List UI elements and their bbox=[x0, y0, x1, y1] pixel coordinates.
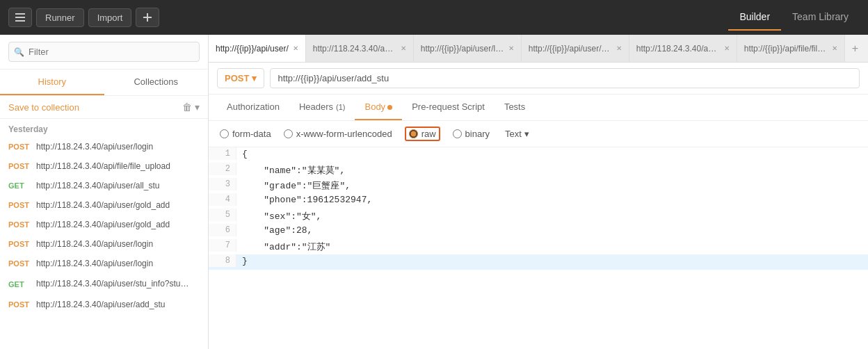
topbar-tabs: Builder Team Library bbox=[728, 4, 860, 31]
line-number: 4 bbox=[209, 193, 236, 206]
line-content: "addr":"江苏" bbox=[236, 239, 336, 254]
add-tab-button[interactable]: + bbox=[845, 42, 865, 55]
url-tab[interactable]: http://{{ip}}/api/user/gold_s ✕ bbox=[522, 35, 629, 62]
sidebar-toggle-button[interactable] bbox=[8, 8, 32, 27]
line-number: 7 bbox=[209, 239, 236, 252]
url-tab-close-icon[interactable]: ✕ bbox=[832, 44, 837, 52]
code-line: 2 "name":"某某莫", bbox=[209, 163, 868, 178]
url-input[interactable] bbox=[270, 68, 860, 88]
code-editor[interactable]: 1 {2 "name":"某某莫",3 "grade":"巨蟹座",4 "pho… bbox=[209, 147, 868, 349]
raw-option[interactable]: raw bbox=[405, 127, 440, 141]
form-data-option[interactable]: form-data bbox=[220, 129, 271, 139]
tab-pre-request[interactable]: Pre-request Script bbox=[402, 95, 495, 120]
trash-icon[interactable]: 🗑 bbox=[182, 102, 192, 113]
body-options: form-data x-www-form-urlencoded raw bina… bbox=[209, 121, 868, 147]
request-bar: POST ▾ bbox=[209, 63, 868, 95]
url-tab-label: http://{{ip}}/api/file/file_up bbox=[744, 44, 828, 54]
line-number: 1 bbox=[209, 147, 236, 160]
url-tab[interactable]: http://{{ip}}/api/file/file_up ✕ bbox=[737, 35, 845, 62]
urlencoded-radio[interactable] bbox=[284, 129, 293, 138]
history-item[interactable]: POST http://118.24.3.40/api/user/add_stu bbox=[0, 295, 208, 314]
tab-history[interactable]: History bbox=[0, 70, 104, 95]
history-item[interactable]: POST http://118.24.3.40/api/user/login bbox=[0, 234, 208, 254]
history-url: http://118.24.3.40/api/user/gold_add bbox=[36, 220, 170, 229]
binary-option[interactable]: binary bbox=[453, 129, 490, 139]
url-tab-close-icon[interactable]: ✕ bbox=[616, 44, 622, 52]
url-tab-close-icon[interactable]: ✕ bbox=[293, 44, 298, 52]
url-tab-label: http://{{ip}}/api/user/gold_s bbox=[529, 44, 612, 54]
url-tab-label: http://118.24.3.40/api/user/ bbox=[636, 44, 720, 54]
tab-tests[interactable]: Tests bbox=[495, 95, 535, 120]
form-data-radio[interactable] bbox=[220, 129, 229, 138]
method-badge: POST bbox=[8, 240, 32, 248]
svg-rect-2 bbox=[15, 20, 25, 22]
history-url: http://118.24.3.40/api/file/file_upload bbox=[36, 161, 170, 171]
line-content: "grade":"巨蟹座", bbox=[236, 178, 356, 193]
history-item[interactable]: POST http://118.24.3.40/api/file/file_up… bbox=[0, 156, 208, 176]
tab-team-library[interactable]: Team Library bbox=[781, 4, 860, 31]
svg-rect-0 bbox=[15, 13, 25, 15]
line-content: "age":28, bbox=[236, 224, 318, 237]
code-line: 5 "sex":"女", bbox=[209, 209, 868, 224]
urlencoded-option[interactable]: x-www-form-urlencoded bbox=[284, 129, 392, 139]
chevron-down-icon[interactable]: ▾ bbox=[195, 102, 200, 113]
code-line: 7 "addr":"江苏" bbox=[209, 239, 868, 254]
url-tab-label: http://{{ip}}/api/user/ bbox=[216, 44, 289, 54]
line-content: } bbox=[236, 254, 253, 268]
url-tab[interactable]: http://118.24.3.40/api/user/ ✕ bbox=[629, 35, 737, 62]
filter-input[interactable] bbox=[8, 42, 200, 62]
text-dropdown[interactable]: Text ▾ bbox=[505, 129, 529, 139]
history-item[interactable]: GET http://118.24.3.40/api/user/all_stu bbox=[0, 176, 208, 195]
line-content: { bbox=[236, 147, 253, 161]
sidebar-tabs: History Collections bbox=[0, 70, 208, 96]
line-number: 3 bbox=[209, 178, 236, 190]
request-tabs: Authorization Headers(1) Body Pre-reques… bbox=[209, 95, 868, 121]
url-tab-close-icon[interactable]: ✕ bbox=[401, 44, 406, 52]
url-tabs-bar: http://{{ip}}/api/user/ ✕http://118.24.3… bbox=[209, 35, 868, 63]
history-item[interactable]: POST http://118.24.3.40/api/user/gold_ad… bbox=[0, 195, 208, 215]
import-button[interactable]: Import bbox=[88, 8, 132, 27]
url-tab-close-icon[interactable]: ✕ bbox=[724, 44, 730, 52]
binary-radio[interactable] bbox=[453, 129, 462, 138]
history-item[interactable]: GET http://118.24.3.40/api/user/stu_info… bbox=[0, 273, 208, 295]
main-layout: 🔍 History Collections Save to collection… bbox=[0, 35, 868, 349]
tab-headers[interactable]: Headers(1) bbox=[289, 95, 355, 120]
line-content: "phone":19612532947, bbox=[236, 193, 378, 206]
history-item[interactable]: POST http://118.24.3.40/api/user/login bbox=[0, 254, 208, 273]
url-tab-label: http://{{ip}}/api/user/login bbox=[421, 44, 504, 54]
url-tab-close-icon[interactable]: ✕ bbox=[508, 44, 514, 52]
tab-authorization[interactable]: Authorization bbox=[217, 95, 289, 120]
line-content: "sex":"女", bbox=[236, 209, 327, 224]
history-item[interactable]: POST http://118.24.3.40/api/user/login bbox=[0, 137, 208, 156]
tab-body[interactable]: Body bbox=[355, 95, 402, 120]
sidebar-actions: Save to collection 🗑 ▾ bbox=[0, 96, 208, 119]
method-badge: POST bbox=[8, 259, 32, 268]
history-section-label: Yesterday bbox=[0, 119, 208, 137]
tab-builder[interactable]: Builder bbox=[728, 4, 781, 31]
url-tab-label: http://118.24.3.40/api/user/ bbox=[313, 44, 396, 54]
history-url: http://118.24.3.40/api/user/add_stu bbox=[36, 300, 165, 309]
line-number: 5 bbox=[209, 209, 236, 221]
method-select[interactable]: POST ▾ bbox=[217, 68, 264, 88]
line-number: 6 bbox=[209, 224, 236, 236]
line-number: 2 bbox=[209, 163, 236, 175]
line-content: "name":"某某莫", bbox=[236, 163, 351, 178]
runner-button[interactable]: Runner bbox=[36, 8, 84, 27]
tab-collections[interactable]: Collections bbox=[104, 70, 209, 95]
text-chevron-icon: ▾ bbox=[524, 129, 529, 139]
url-tab[interactable]: http://{{ip}}/api/user/ ✕ bbox=[209, 35, 306, 62]
line-number: 8 bbox=[209, 254, 236, 267]
new-tab-button[interactable] bbox=[136, 8, 159, 27]
url-tab[interactable]: http://118.24.3.40/api/user/ ✕ bbox=[306, 35, 414, 62]
text-label: Text bbox=[505, 129, 522, 139]
method-badge: POST bbox=[8, 143, 32, 151]
method-badge: POST bbox=[8, 220, 32, 229]
url-tab[interactable]: http://{{ip}}/api/user/login ✕ bbox=[414, 35, 522, 62]
topbar-left: Runner Import bbox=[8, 8, 159, 27]
search-icon: 🔍 bbox=[14, 47, 24, 57]
save-to-collection-button[interactable]: Save to collection bbox=[8, 102, 79, 113]
history-item[interactable]: POST http://118.24.3.40/api/user/gold_ad… bbox=[0, 215, 208, 234]
history-url: http://118.24.3.40/api/user/gold_add bbox=[36, 200, 170, 210]
topbar: Runner Import Builder Team Library bbox=[0, 0, 868, 35]
raw-radio[interactable] bbox=[409, 129, 418, 138]
